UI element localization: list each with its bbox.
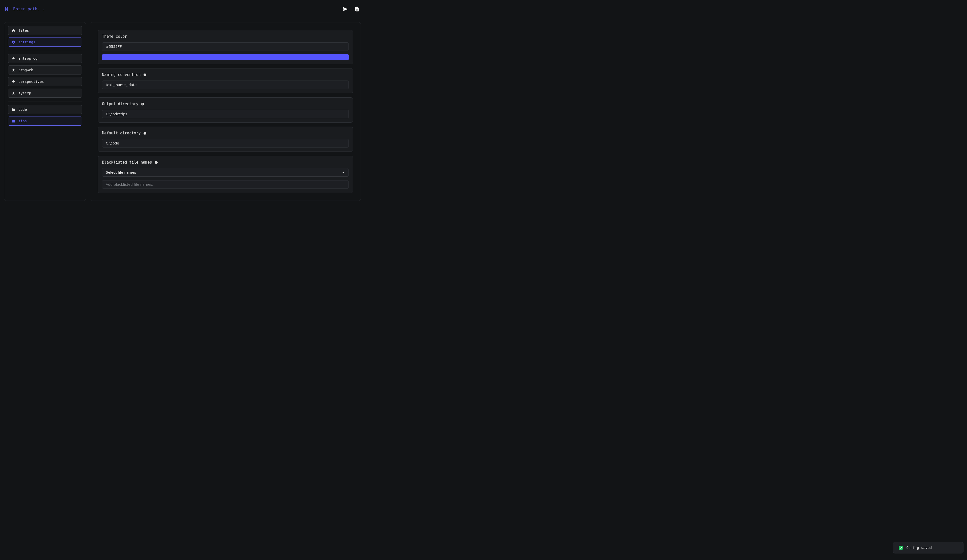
sidebar-item-label: sysexp (18, 91, 31, 95)
label-text: Naming convention (102, 72, 141, 77)
sidebar-item-files[interactable]: files (8, 26, 82, 35)
folder-icon (12, 108, 15, 112)
star-icon (12, 68, 15, 72)
send-icon[interactable] (342, 6, 348, 12)
output-directory-label: Output directory (102, 102, 349, 106)
label-text: Default directory (102, 131, 141, 135)
blacklist-add-input[interactable] (102, 180, 349, 189)
info-icon[interactable] (155, 161, 158, 164)
sidebar-item-label: zips (18, 119, 27, 123)
theme-color-input[interactable] (102, 42, 349, 51)
folder-icon (12, 119, 15, 123)
theme-color-card: Theme color (98, 30, 353, 64)
settings-panel: Theme color Naming convention Output dir… (90, 22, 361, 201)
sidebar-folder-zips[interactable]: zips (8, 117, 82, 125)
star-icon (12, 80, 15, 84)
output-directory-card: Output directory (98, 97, 353, 123)
default-directory-card: Default directory (98, 127, 353, 152)
info-icon[interactable] (143, 132, 147, 135)
sidebar-fav-introprog[interactable]: introprog (8, 54, 82, 63)
sidebar-fav-progweb[interactable]: progweb (8, 66, 82, 74)
chevron-up-icon (342, 171, 345, 174)
sidebar-item-label: introprog (18, 56, 38, 60)
sidebar-fav-sysexp[interactable]: sysexp (8, 89, 82, 98)
select-placeholder: Select file names (106, 170, 136, 175)
default-directory-input[interactable] (102, 139, 349, 148)
sidebar-item-label: files (18, 28, 29, 33)
topbar-actions (342, 6, 360, 12)
sidebar-item-label: perspectives (18, 79, 44, 84)
sidebar-item-label: progweb (18, 68, 33, 72)
info-icon[interactable] (143, 73, 147, 76)
app-logo: M (5, 6, 8, 12)
zip-file-icon[interactable] (354, 6, 360, 12)
label-text: Theme color (102, 34, 127, 39)
default-directory-label: Default directory (102, 131, 349, 135)
gear-icon (12, 40, 15, 44)
naming-convention-label: Naming convention (102, 72, 349, 77)
sidebar-folder-code[interactable]: code (8, 105, 82, 114)
blacklist-card: Blacklisted file names Select file names (98, 156, 353, 193)
sidebar-fav-perspectives[interactable]: perspectives (8, 77, 82, 86)
sidebar-item-label: code (18, 107, 27, 112)
star-icon (12, 91, 15, 95)
naming-convention-card: Naming convention (98, 68, 353, 93)
naming-convention-input[interactable] (102, 81, 349, 89)
sidebar-item-label: settings (18, 40, 35, 44)
blacklist-select[interactable]: Select file names (102, 168, 349, 177)
info-icon[interactable] (141, 102, 144, 106)
label-text: Output directory (102, 102, 139, 106)
home-icon (12, 29, 15, 33)
label-text: Blacklisted file names (102, 160, 152, 165)
layout: files settings introprog progweb perspec… (0, 18, 365, 205)
theme-color-preview[interactable] (102, 54, 349, 60)
path-input[interactable] (13, 7, 337, 12)
theme-color-label: Theme color (102, 34, 349, 39)
topbar: M (0, 0, 365, 18)
sidebar: files settings introprog progweb perspec… (4, 22, 86, 201)
sidebar-item-settings[interactable]: settings (8, 38, 82, 46)
output-directory-input[interactable] (102, 110, 349, 118)
star-icon (12, 57, 15, 60)
blacklist-label: Blacklisted file names (102, 160, 349, 165)
